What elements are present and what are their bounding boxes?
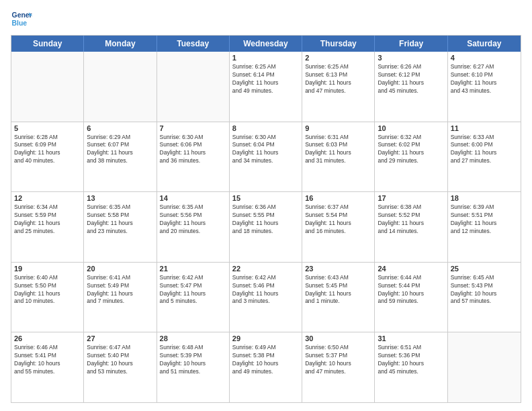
day-cell-25: 25Sunrise: 6:45 AM Sunset: 5:43 PM Dayli…	[448, 263, 521, 332]
day-info: Sunrise: 6:51 AM Sunset: 5:36 PM Dayligh…	[378, 344, 444, 376]
day-cell-31: 31Sunrise: 6:51 AM Sunset: 5:36 PM Dayli…	[375, 332, 447, 402]
day-number: 23	[305, 265, 371, 273]
day-cell-27: 27Sunrise: 6:47 AM Sunset: 5:40 PM Dayli…	[84, 332, 157, 402]
page: General Blue SundayMondayTuesdayWednesda…	[0, 0, 532, 411]
header-day-tuesday: Tuesday	[157, 36, 230, 52]
day-info: Sunrise: 6:28 AM Sunset: 6:09 PM Dayligh…	[14, 134, 81, 166]
day-cell-11: 11Sunrise: 6:33 AM Sunset: 6:00 PM Dayli…	[448, 122, 521, 192]
day-number: 3	[378, 54, 444, 62]
day-info: Sunrise: 6:25 AM Sunset: 6:13 PM Dayligh…	[305, 63, 371, 95]
day-info: Sunrise: 6:38 AM Sunset: 5:52 PM Dayligh…	[378, 203, 444, 236]
day-number: 17	[378, 194, 444, 202]
header-day-wednesday: Wednesday	[230, 36, 302, 52]
day-cell-8: 8Sunrise: 6:30 AM Sunset: 6:04 PM Daylig…	[230, 122, 302, 192]
day-cell-9: 9Sunrise: 6:31 AM Sunset: 6:03 PM Daylig…	[302, 122, 375, 192]
day-cell-28: 28Sunrise: 6:48 AM Sunset: 5:39 PM Dayli…	[157, 332, 230, 402]
day-cell-12: 12Sunrise: 6:34 AM Sunset: 5:59 PM Dayli…	[11, 192, 84, 262]
day-number: 20	[87, 265, 153, 273]
header-day-thursday: Thursday	[302, 36, 375, 52]
day-info: Sunrise: 6:40 AM Sunset: 5:50 PM Dayligh…	[14, 274, 81, 306]
calendar: SundayMondayTuesdayWednesdayThursdayFrid…	[11, 35, 521, 403]
day-number: 30	[305, 334, 371, 342]
logo-icon: General Blue	[11, 8, 32, 30]
day-number: 24	[378, 265, 444, 273]
day-info: Sunrise: 6:45 AM Sunset: 5:43 PM Dayligh…	[451, 274, 518, 306]
day-info: Sunrise: 6:46 AM Sunset: 5:41 PM Dayligh…	[14, 344, 81, 376]
day-info: Sunrise: 6:50 AM Sunset: 5:37 PM Dayligh…	[305, 344, 371, 376]
day-number: 8	[232, 124, 299, 132]
day-number: 12	[14, 194, 81, 202]
day-number: 27	[87, 334, 153, 342]
day-info: Sunrise: 6:25 AM Sunset: 6:14 PM Dayligh…	[232, 63, 299, 95]
day-cell-13: 13Sunrise: 6:35 AM Sunset: 5:58 PM Dayli…	[84, 192, 157, 262]
day-number: 5	[14, 124, 81, 132]
empty-cell	[448, 332, 521, 402]
day-number: 14	[160, 194, 226, 202]
day-number: 26	[14, 334, 81, 342]
day-info: Sunrise: 6:34 AM Sunset: 5:59 PM Dayligh…	[14, 203, 81, 236]
day-cell-30: 30Sunrise: 6:50 AM Sunset: 5:37 PM Dayli…	[302, 332, 375, 402]
empty-cell	[11, 52, 84, 122]
day-cell-1: 1Sunrise: 6:25 AM Sunset: 6:14 PM Daylig…	[230, 52, 302, 122]
day-info: Sunrise: 6:41 AM Sunset: 5:49 PM Dayligh…	[87, 274, 153, 306]
day-number: 29	[232, 334, 299, 342]
day-info: Sunrise: 6:43 AM Sunset: 5:45 PM Dayligh…	[305, 274, 371, 306]
day-cell-19: 19Sunrise: 6:40 AM Sunset: 5:50 PM Dayli…	[11, 263, 84, 332]
day-info: Sunrise: 6:30 AM Sunset: 6:04 PM Dayligh…	[232, 134, 299, 166]
day-cell-6: 6Sunrise: 6:29 AM Sunset: 6:07 PM Daylig…	[84, 122, 157, 192]
day-number: 15	[232, 194, 299, 202]
day-cell-14: 14Sunrise: 6:35 AM Sunset: 5:56 PM Dayli…	[157, 192, 230, 262]
calendar-header: SundayMondayTuesdayWednesdayThursdayFrid…	[11, 36, 521, 52]
day-cell-18: 18Sunrise: 6:39 AM Sunset: 5:51 PM Dayli…	[448, 192, 521, 262]
day-number: 16	[305, 194, 371, 202]
day-number: 9	[305, 124, 371, 132]
header-day-saturday: Saturday	[448, 36, 521, 52]
day-info: Sunrise: 6:35 AM Sunset: 5:56 PM Dayligh…	[160, 203, 226, 236]
day-cell-29: 29Sunrise: 6:49 AM Sunset: 5:38 PM Dayli…	[230, 332, 302, 402]
week-row-0: 1Sunrise: 6:25 AM Sunset: 6:14 PM Daylig…	[11, 52, 521, 122]
day-cell-15: 15Sunrise: 6:36 AM Sunset: 5:55 PM Dayli…	[230, 192, 302, 262]
day-cell-24: 24Sunrise: 6:44 AM Sunset: 5:44 PM Dayli…	[375, 263, 447, 332]
day-cell-10: 10Sunrise: 6:32 AM Sunset: 6:02 PM Dayli…	[375, 122, 447, 192]
day-number: 25	[451, 265, 518, 273]
day-info: Sunrise: 6:33 AM Sunset: 6:00 PM Dayligh…	[451, 134, 518, 166]
day-info: Sunrise: 6:31 AM Sunset: 6:03 PM Dayligh…	[305, 134, 371, 166]
day-number: 13	[87, 194, 153, 202]
day-number: 10	[378, 124, 444, 132]
day-info: Sunrise: 6:32 AM Sunset: 6:02 PM Dayligh…	[378, 134, 444, 166]
week-row-2: 12Sunrise: 6:34 AM Sunset: 5:59 PM Dayli…	[11, 191, 521, 262]
day-cell-21: 21Sunrise: 6:42 AM Sunset: 5:47 PM Dayli…	[157, 263, 230, 332]
day-info: Sunrise: 6:48 AM Sunset: 5:39 PM Dayligh…	[160, 344, 226, 376]
day-info: Sunrise: 6:37 AM Sunset: 5:54 PM Dayligh…	[305, 203, 371, 236]
day-info: Sunrise: 6:39 AM Sunset: 5:51 PM Dayligh…	[451, 203, 518, 236]
day-number: 6	[87, 124, 153, 132]
day-info: Sunrise: 6:35 AM Sunset: 5:58 PM Dayligh…	[87, 203, 153, 236]
day-number: 21	[160, 265, 226, 273]
day-cell-17: 17Sunrise: 6:38 AM Sunset: 5:52 PM Dayli…	[375, 192, 447, 262]
day-number: 19	[14, 265, 81, 273]
day-number: 7	[160, 124, 226, 132]
day-info: Sunrise: 6:44 AM Sunset: 5:44 PM Dayligh…	[378, 274, 444, 306]
calendar-body: 1Sunrise: 6:25 AM Sunset: 6:14 PM Daylig…	[11, 52, 521, 402]
empty-cell	[157, 52, 230, 122]
header-day-friday: Friday	[375, 36, 447, 52]
day-cell-4: 4Sunrise: 6:27 AM Sunset: 6:10 PM Daylig…	[448, 52, 521, 122]
day-info: Sunrise: 6:26 AM Sunset: 6:12 PM Dayligh…	[378, 63, 444, 95]
day-cell-2: 2Sunrise: 6:25 AM Sunset: 6:13 PM Daylig…	[302, 52, 375, 122]
header-day-sunday: Sunday	[11, 36, 84, 52]
day-info: Sunrise: 6:42 AM Sunset: 5:47 PM Dayligh…	[160, 274, 226, 306]
day-number: 4	[451, 54, 518, 62]
day-info: Sunrise: 6:30 AM Sunset: 6:06 PM Dayligh…	[160, 134, 226, 166]
day-info: Sunrise: 6:29 AM Sunset: 6:07 PM Dayligh…	[87, 134, 153, 166]
header: General Blue	[11, 8, 521, 30]
day-number: 1	[232, 54, 299, 62]
day-number: 18	[451, 194, 518, 202]
day-cell-20: 20Sunrise: 6:41 AM Sunset: 5:49 PM Dayli…	[84, 263, 157, 332]
day-info: Sunrise: 6:27 AM Sunset: 6:10 PM Dayligh…	[451, 63, 518, 95]
svg-text:Blue: Blue	[12, 19, 28, 27]
day-cell-5: 5Sunrise: 6:28 AM Sunset: 6:09 PM Daylig…	[11, 122, 84, 192]
day-number: 31	[378, 334, 444, 342]
day-number: 2	[305, 54, 371, 62]
logo: General Blue	[11, 8, 32, 30]
week-row-1: 5Sunrise: 6:28 AM Sunset: 6:09 PM Daylig…	[11, 122, 521, 192]
